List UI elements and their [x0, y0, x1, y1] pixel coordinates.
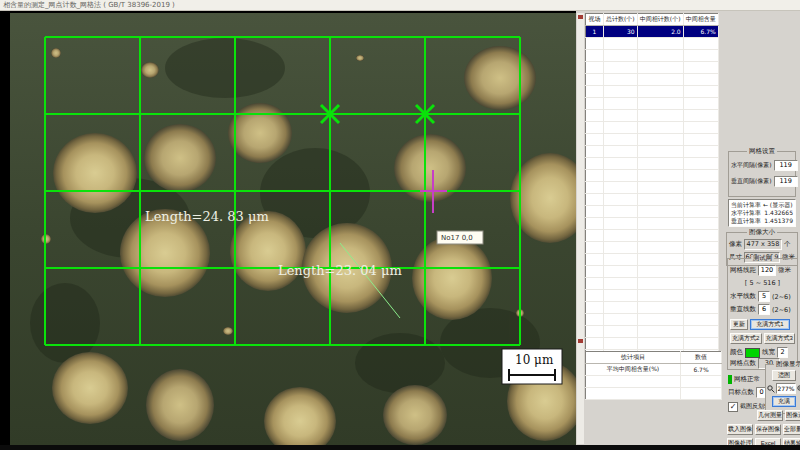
v-spacing-input[interactable]	[774, 176, 798, 187]
cell-phase-count: 2.0	[637, 26, 683, 38]
table-row[interactable]	[586, 278, 719, 290]
zoom-out-icon[interactable]	[767, 385, 775, 393]
window-title: 相含量的测定_网点计数_网格法 ( GB/T 38396-2019 )	[3, 1, 175, 9]
load-image-button[interactable]: 载入图像	[727, 424, 753, 435]
table-row[interactable]	[586, 122, 719, 134]
point-tooltip: No17 0,0	[437, 231, 483, 244]
h-lines-label: 水平线数	[730, 292, 756, 301]
h-cal-value: 1.432665	[764, 209, 793, 217]
table-row[interactable]	[586, 254, 719, 266]
image-trace-button[interactable]: 图像追踪	[785, 410, 800, 421]
geometry-measure-button[interactable]: 几何测量	[757, 410, 783, 421]
grid-status-text: 网格正常	[734, 375, 760, 384]
v-spacing-label: 垂直间隔(像素)	[731, 177, 772, 186]
line-width-input[interactable]	[777, 347, 788, 358]
scale-bar-label: 10 μm	[515, 353, 554, 367]
image-process-button[interactable]: 图像处理	[727, 438, 753, 445]
fill-mode2-button[interactable]: 充满方式2	[730, 333, 762, 344]
micrograph-image[interactable]: Length=24. 83 μm Length=23. 04 μm No17 0…	[10, 13, 576, 445]
table-row[interactable]	[586, 242, 719, 254]
stats-table-header: 统计项目 数值	[586, 352, 722, 364]
fit-image-button[interactable]: 适图	[772, 370, 796, 381]
zoom-level-input[interactable]	[776, 383, 796, 394]
table-row[interactable]	[586, 230, 719, 242]
col-stat-item: 统计项目	[586, 352, 681, 364]
table-row[interactable]	[586, 86, 719, 98]
save-image-button[interactable]: 保存图像	[755, 424, 781, 435]
grid-color-swatch[interactable]	[745, 348, 760, 358]
table-row[interactable]	[586, 50, 719, 62]
result-output-button[interactable]: 结果输出	[783, 438, 800, 445]
table-row[interactable]	[586, 134, 719, 146]
table-row[interactable]	[586, 182, 719, 194]
update-button[interactable]: 更新	[730, 319, 748, 330]
table-row[interactable]	[586, 266, 719, 278]
image-display-group: 图像显示 适图 充满	[765, 364, 800, 414]
grid-spacing-label: 网格线距	[730, 266, 756, 275]
measurement-label-1: Length=24. 83 μm	[145, 209, 269, 224]
fill-view-button[interactable]: 充满	[772, 396, 796, 407]
grid-settings-group: 网格设置 水平间隔(像素) 垂直间隔(像素)	[728, 151, 796, 197]
v-cal-label: 垂直计算率	[731, 217, 761, 225]
table-row[interactable]	[586, 218, 719, 230]
grid-spacing-input[interactable]	[758, 265, 776, 276]
scrollbar-strip[interactable]	[577, 13, 584, 444]
line-width-label: 线宽	[762, 348, 775, 357]
micrograph-view[interactable]: Length=24. 83 μm Length=23. 04 μm No17 0…	[10, 13, 576, 445]
col-total-count: 总计数(个)	[604, 14, 638, 26]
table-row[interactable]	[586, 38, 719, 50]
pixel-label: 像素	[729, 240, 742, 249]
grid-points-label: 网格点数	[730, 359, 756, 368]
grid-settings-title: 网格设置	[747, 148, 777, 155]
control-column: 网格设置 水平间隔(像素) 垂直间隔(像素) 当前计算率 ← (显示器) 水平计…	[725, 11, 800, 445]
cell-stat-value: 6.7%	[681, 364, 722, 376]
field-table-header: 视场 总计数(个) 中间相计数(个) 中间相含量	[586, 14, 719, 26]
pixel-value: 477 x 358	[744, 239, 782, 250]
table-row[interactable]	[586, 74, 719, 86]
v-lines-input[interactable]	[758, 304, 770, 315]
table-row[interactable]	[586, 110, 719, 122]
table-row-selected[interactable]: 1 30 2.0 6.7%	[586, 26, 719, 38]
point-tooltip-text: No17 0,0	[441, 234, 473, 242]
scroll-marker[interactable]	[578, 15, 583, 19]
excel-export-button[interactable]: Excel	[755, 438, 781, 445]
table-row[interactable]	[586, 326, 719, 338]
table-row[interactable]	[586, 146, 719, 158]
table-row[interactable]	[586, 62, 719, 74]
scale-bar: 10 μm	[502, 349, 562, 384]
delete-all-button[interactable]: 全部删除	[783, 424, 800, 435]
cell-field: 1	[586, 26, 604, 38]
calibration-current: 当前计算率 ← (显示器)	[731, 201, 793, 209]
table-row[interactable]	[586, 388, 722, 400]
measurement-label-2: Length=23. 04 μm	[278, 263, 402, 278]
table-row[interactable]	[586, 194, 719, 206]
cell-phase-content: 6.7%	[683, 26, 718, 38]
trace-checkbox[interactable]: ✓	[728, 402, 738, 412]
grid-color-label: 颜色	[730, 348, 743, 357]
col-field: 视场	[586, 14, 604, 26]
table-row[interactable]	[586, 170, 719, 182]
table-row[interactable]	[586, 314, 719, 326]
table-row[interactable]: 平均中间相含量(%) 6.7%	[586, 364, 722, 376]
table-row[interactable]	[586, 158, 719, 170]
table-row[interactable]	[586, 302, 719, 314]
table-row[interactable]	[586, 98, 719, 110]
table-row[interactable]	[586, 338, 719, 350]
scroll-marker[interactable]	[578, 339, 583, 343]
test-grid-title: 测试网	[751, 255, 775, 262]
h-spacing-label: 水平间隔(像素)	[731, 161, 772, 170]
table-row[interactable]	[586, 206, 719, 218]
table-row[interactable]	[586, 290, 719, 302]
fill-mode3-button[interactable]: 充满方式3	[764, 333, 796, 344]
fill-mode1-button[interactable]: 充满方式1	[750, 319, 790, 330]
field-results-table: 视场 总计数(个) 中间相计数(个) 中间相含量 1 30 2.0 6.7%	[585, 13, 719, 374]
table-row[interactable]	[586, 376, 722, 388]
v-lines-label: 垂直线数	[730, 305, 756, 314]
h-lines-input[interactable]	[758, 291, 770, 302]
calibration-box: 当前计算率 ← (显示器) 水平计算率 1.432665 垂直计算率 1.451…	[728, 199, 796, 227]
h-spacing-input[interactable]	[774, 160, 798, 171]
col-phase-count: 中间相计数(个)	[637, 14, 683, 26]
window-titlebar: 相含量的测定_网点计数_网格法 ( GB/T 38396-2019 )	[0, 0, 800, 11]
col-stat-value: 数值	[681, 352, 722, 364]
target-points-label: 目标点数	[728, 388, 754, 397]
